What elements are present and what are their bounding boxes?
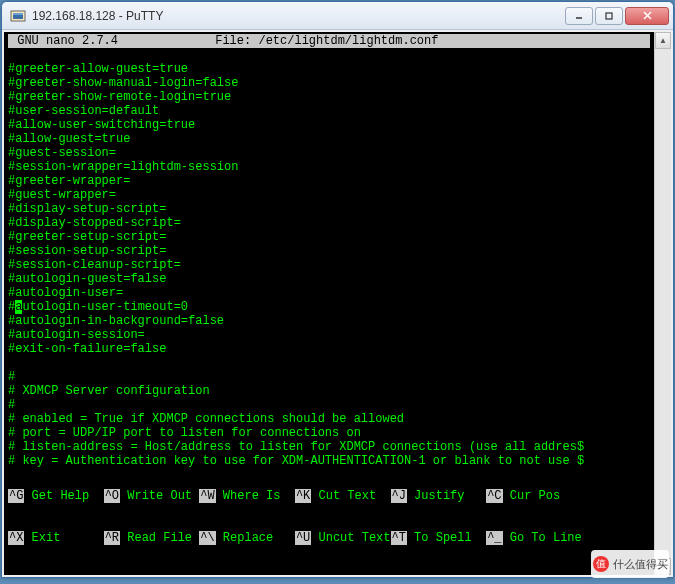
minimize-button[interactable] [565, 7, 593, 25]
shortcut-row-1: ^G Get Help ^O Write Out ^W Where Is ^K … [8, 489, 650, 503]
shortcut-label: Write Out [120, 489, 199, 503]
file-line[interactable]: # [8, 370, 650, 384]
scroll-down-button[interactable]: ▼ [655, 558, 671, 575]
file-line[interactable]: #display-stopped-script= [8, 216, 650, 230]
file-line[interactable]: #greeter-setup-script= [8, 230, 650, 244]
shortcut-label: Uncut Text [311, 531, 390, 545]
file-line[interactable] [8, 356, 650, 370]
file-line[interactable]: #greeter-show-manual-login=false [8, 76, 650, 90]
putty-icon [10, 8, 26, 24]
file-line[interactable]: # [8, 398, 650, 412]
file-line[interactable]: #autologin-user-timeout=0 [8, 300, 650, 314]
file-line[interactable]: #exit-on-failure=false [8, 342, 650, 356]
file-line[interactable]: #session-setup-script= [8, 244, 650, 258]
titlebar[interactable]: 192.168.18.128 - PuTTY [2, 2, 673, 30]
file-line[interactable]: #autologin-in-background=false [8, 314, 650, 328]
shortcut-label: Justify [407, 489, 486, 503]
shortcut-key: ^G [8, 489, 24, 503]
shortcut-key: ^O [104, 489, 120, 503]
file-line[interactable]: #greeter-show-remote-login=true [8, 90, 650, 104]
shortcut-label: Go To Line [503, 531, 582, 545]
blank-line [8, 447, 650, 461]
nano-file-path: File: /etc/lightdm/lightdm.conf [125, 34, 650, 48]
client-area: GNU nano 2.7.4 File: /etc/lightdm/lightd… [2, 30, 673, 577]
shortcut-label: Exit [24, 531, 103, 545]
nano-shortcuts: ^G Get Help ^O Write Out ^W Where Is ^K … [8, 419, 650, 573]
file-line[interactable]: #greeter-allow-guest=true [8, 62, 650, 76]
file-content[interactable]: #greeter-allow-guest=true#greeter-show-m… [8, 62, 650, 468]
file-line[interactable]: #autologin-session= [8, 328, 650, 342]
shortcut-label: Replace [216, 531, 295, 545]
file-line[interactable]: #display-setup-script= [8, 202, 650, 216]
shortcut-label: To Spell [407, 531, 486, 545]
scrollbar[interactable]: ▲ ▼ [654, 32, 671, 575]
cursor: a [15, 300, 22, 314]
shortcut-label: Read File [120, 531, 199, 545]
shortcut-key: ^R [104, 531, 120, 545]
putty-window: 192.168.18.128 - PuTTY GNU nano 2.7.4 Fi… [1, 1, 674, 578]
scroll-track[interactable] [655, 49, 671, 558]
svg-rect-2 [13, 13, 23, 15]
maximize-button[interactable] [595, 7, 623, 25]
shortcut-label: Cur Pos [503, 489, 582, 503]
shortcut-key: ^X [8, 531, 24, 545]
shortcut-key: ^T [391, 531, 407, 545]
shortcut-key: ^K [295, 489, 311, 503]
svg-rect-4 [606, 13, 612, 19]
shortcut-key: ^W [199, 489, 215, 503]
file-line[interactable]: #session-cleanup-script= [8, 258, 650, 272]
nano-header: GNU nano 2.7.4 File: /etc/lightdm/lightd… [8, 34, 650, 48]
shortcut-label: Where Is [216, 489, 295, 503]
scroll-up-button[interactable]: ▲ [655, 32, 671, 49]
shortcut-key: ^U [295, 531, 311, 545]
blank-line [8, 48, 650, 62]
file-line[interactable]: #greeter-wrapper= [8, 174, 650, 188]
shortcut-label: Cut Text [311, 489, 390, 503]
file-line[interactable]: #allow-user-switching=true [8, 118, 650, 132]
terminal[interactable]: GNU nano 2.7.4 File: /etc/lightdm/lightd… [4, 32, 654, 575]
close-button[interactable] [625, 7, 669, 25]
file-line[interactable]: #guest-wrapper= [8, 188, 650, 202]
file-line[interactable]: #user-session=default [8, 104, 650, 118]
file-line[interactable]: #allow-guest=true [8, 132, 650, 146]
shortcut-key: ^C [486, 489, 502, 503]
nano-app-name: GNU nano 2.7.4 [8, 34, 125, 48]
shortcut-key: ^J [391, 489, 407, 503]
file-line[interactable]: #guest-session= [8, 146, 650, 160]
window-controls [565, 7, 669, 25]
shortcut-row-2: ^X Exit ^R Read File ^\ Replace ^U Uncut… [8, 531, 650, 545]
window-title: 192.168.18.128 - PuTTY [30, 9, 565, 23]
shortcut-key: ^\ [199, 531, 215, 545]
file-line[interactable]: #session-wrapper=lightdm-session [8, 160, 650, 174]
shortcut-label: Get Help [24, 489, 103, 503]
file-line[interactable]: #autologin-user= [8, 286, 650, 300]
file-line[interactable]: # XDMCP Server configuration [8, 384, 650, 398]
shortcut-key: ^_ [486, 531, 502, 545]
file-line[interactable]: #autologin-guest=false [8, 272, 650, 286]
